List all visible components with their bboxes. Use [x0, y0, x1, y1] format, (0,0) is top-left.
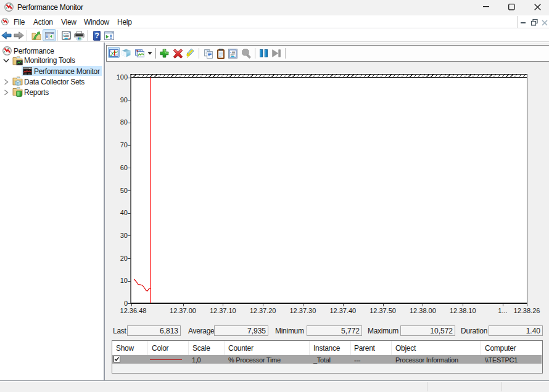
- svg-text:?: ?: [94, 31, 99, 40]
